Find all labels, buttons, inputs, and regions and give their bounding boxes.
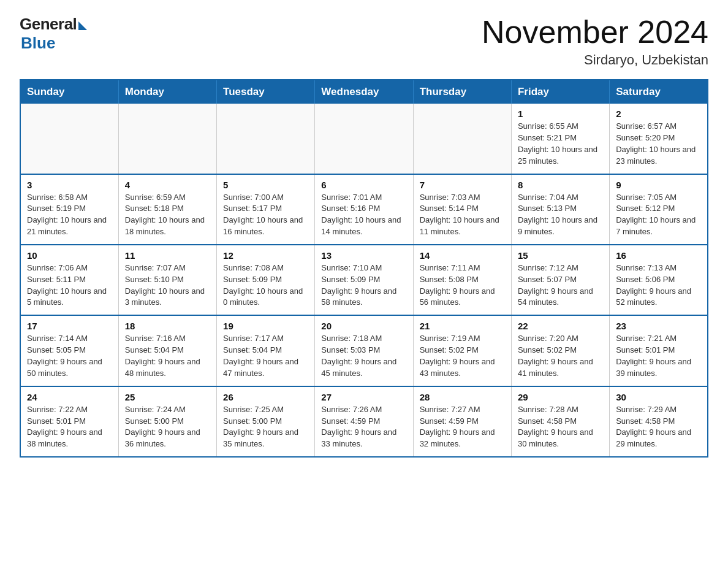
day-info: Sunrise: 7:16 AM Sunset: 5:04 PM Dayligh… [125,333,210,379]
calendar-week-2: 3Sunrise: 6:58 AM Sunset: 5:19 PM Daylig… [20,174,708,245]
calendar-cell [315,104,413,174]
calendar-cell: 22Sunrise: 7:20 AM Sunset: 5:02 PM Dayli… [511,315,609,386]
day-number: 11 [125,250,210,261]
day-number: 7 [420,180,505,190]
day-number: 27 [321,392,406,402]
day-number: 17 [27,321,112,331]
calendar-cell: 18Sunrise: 7:16 AM Sunset: 5:04 PM Dayli… [118,315,216,386]
calendar-cell: 29Sunrise: 7:28 AM Sunset: 4:58 PM Dayli… [511,386,609,457]
day-number: 13 [321,250,406,261]
calendar-cell: 20Sunrise: 7:18 AM Sunset: 5:03 PM Dayli… [315,315,413,386]
calendar-header: SundayMondayTuesdayWednesdayThursdayFrid… [20,80,708,104]
day-of-week-thursday: Thursday [413,80,511,104]
day-number: 29 [518,392,603,402]
calendar-cell: 14Sunrise: 7:11 AM Sunset: 5:08 PM Dayli… [413,245,511,315]
logo-arrow-icon [78,21,87,30]
day-number: 26 [223,392,308,402]
day-info: Sunrise: 7:11 AM Sunset: 5:08 PM Dayligh… [420,262,505,308]
day-info: Sunrise: 7:05 AM Sunset: 5:12 PM Dayligh… [616,192,701,238]
calendar-cell: 2Sunrise: 6:57 AM Sunset: 5:20 PM Daylig… [610,104,708,174]
day-info: Sunrise: 7:26 AM Sunset: 4:59 PM Dayligh… [321,404,406,450]
day-info: Sunrise: 7:12 AM Sunset: 5:07 PM Dayligh… [518,262,603,308]
day-number: 18 [125,321,210,331]
calendar-cell: 27Sunrise: 7:26 AM Sunset: 4:59 PM Dayli… [315,386,413,457]
location-subtitle: Sirdaryo, Uzbekistan [482,52,708,68]
day-number: 1 [518,109,603,119]
day-info: Sunrise: 7:29 AM Sunset: 4:58 PM Dayligh… [616,404,701,450]
calendar-cell: 17Sunrise: 7:14 AM Sunset: 5:05 PM Dayli… [20,315,118,386]
day-number: 10 [27,250,112,261]
day-info: Sunrise: 7:24 AM Sunset: 5:00 PM Dayligh… [125,404,210,450]
calendar-cell: 1Sunrise: 6:55 AM Sunset: 5:21 PM Daylig… [511,104,609,174]
day-info: Sunrise: 7:13 AM Sunset: 5:06 PM Dayligh… [616,262,701,308]
calendar-cell: 9Sunrise: 7:05 AM Sunset: 5:12 PM Daylig… [610,174,708,245]
calendar-cell: 25Sunrise: 7:24 AM Sunset: 5:00 PM Dayli… [118,386,216,457]
day-info: Sunrise: 6:55 AM Sunset: 5:21 PM Dayligh… [518,121,603,167]
day-number: 23 [616,321,701,331]
day-info: Sunrise: 7:10 AM Sunset: 5:09 PM Dayligh… [321,262,406,308]
day-info: Sunrise: 7:04 AM Sunset: 5:13 PM Dayligh… [518,192,603,238]
day-info: Sunrise: 7:19 AM Sunset: 5:02 PM Dayligh… [420,333,505,379]
day-of-week-wednesday: Wednesday [315,80,413,104]
day-number: 21 [420,321,505,331]
calendar-cell: 4Sunrise: 6:59 AM Sunset: 5:18 PM Daylig… [118,174,216,245]
calendar-cell: 30Sunrise: 7:29 AM Sunset: 4:58 PM Dayli… [610,386,708,457]
calendar-week-5: 24Sunrise: 7:22 AM Sunset: 5:01 PM Dayli… [20,386,708,457]
calendar-cell: 12Sunrise: 7:08 AM Sunset: 5:09 PM Dayli… [217,245,315,315]
calendar-cell: 23Sunrise: 7:21 AM Sunset: 5:01 PM Dayli… [610,315,708,386]
calendar-cell: 21Sunrise: 7:19 AM Sunset: 5:02 PM Dayli… [413,315,511,386]
day-of-week-friday: Friday [511,80,609,104]
days-of-week-row: SundayMondayTuesdayWednesdayThursdayFrid… [20,80,708,104]
calendar-table: SundayMondayTuesdayWednesdayThursdayFrid… [20,79,708,458]
day-of-week-monday: Monday [118,80,216,104]
day-number: 6 [321,180,406,190]
day-info: Sunrise: 7:17 AM Sunset: 5:04 PM Dayligh… [223,333,308,379]
day-info: Sunrise: 7:20 AM Sunset: 5:02 PM Dayligh… [518,333,603,379]
calendar-cell: 11Sunrise: 7:07 AM Sunset: 5:10 PM Dayli… [118,245,216,315]
calendar-cell: 8Sunrise: 7:04 AM Sunset: 5:13 PM Daylig… [511,174,609,245]
calendar-cell: 5Sunrise: 7:00 AM Sunset: 5:17 PM Daylig… [217,174,315,245]
calendar-cell [413,104,511,174]
day-info: Sunrise: 7:03 AM Sunset: 5:14 PM Dayligh… [420,192,505,238]
day-info: Sunrise: 7:06 AM Sunset: 5:11 PM Dayligh… [27,262,112,308]
calendar-cell: 3Sunrise: 6:58 AM Sunset: 5:19 PM Daylig… [20,174,118,245]
day-of-week-tuesday: Tuesday [217,80,315,104]
day-number: 4 [125,180,210,190]
day-info: Sunrise: 6:57 AM Sunset: 5:20 PM Dayligh… [616,121,701,167]
logo-blue-text: Blue [21,34,55,53]
month-title: November 2024 [482,15,708,50]
day-number: 30 [616,392,701,402]
calendar-body: 1Sunrise: 6:55 AM Sunset: 5:21 PM Daylig… [20,104,708,457]
day-number: 25 [125,392,210,402]
calendar-cell [20,104,118,174]
day-info: Sunrise: 7:27 AM Sunset: 4:59 PM Dayligh… [420,404,505,450]
calendar-week-3: 10Sunrise: 7:06 AM Sunset: 5:11 PM Dayli… [20,245,708,315]
day-number: 12 [223,250,308,261]
day-info: Sunrise: 7:14 AM Sunset: 5:05 PM Dayligh… [27,333,112,379]
day-number: 19 [223,321,308,331]
calendar-cell: 28Sunrise: 7:27 AM Sunset: 4:59 PM Dayli… [413,386,511,457]
day-number: 16 [616,250,701,261]
calendar-week-4: 17Sunrise: 7:14 AM Sunset: 5:05 PM Dayli… [20,315,708,386]
calendar-cell: 26Sunrise: 7:25 AM Sunset: 5:00 PM Dayli… [217,386,315,457]
calendar-cell [118,104,216,174]
calendar-cell: 15Sunrise: 7:12 AM Sunset: 5:07 PM Dayli… [511,245,609,315]
calendar-cell: 6Sunrise: 7:01 AM Sunset: 5:16 PM Daylig… [315,174,413,245]
calendar-cell: 13Sunrise: 7:10 AM Sunset: 5:09 PM Dayli… [315,245,413,315]
day-number: 15 [518,250,603,261]
day-info: Sunrise: 7:18 AM Sunset: 5:03 PM Dayligh… [321,333,406,379]
day-info: Sunrise: 6:58 AM Sunset: 5:19 PM Dayligh… [27,192,112,238]
day-number: 24 [27,392,112,402]
day-of-week-saturday: Saturday [610,80,708,104]
calendar-week-1: 1Sunrise: 6:55 AM Sunset: 5:21 PM Daylig… [20,104,708,174]
day-number: 20 [321,321,406,331]
day-info: Sunrise: 7:08 AM Sunset: 5:09 PM Dayligh… [223,262,308,308]
day-info: Sunrise: 7:21 AM Sunset: 5:01 PM Dayligh… [616,333,701,379]
day-info: Sunrise: 7:22 AM Sunset: 5:01 PM Dayligh… [27,404,112,450]
calendar-cell: 24Sunrise: 7:22 AM Sunset: 5:01 PM Dayli… [20,386,118,457]
day-number: 5 [223,180,308,190]
day-number: 14 [420,250,505,261]
logo-general-text: General [20,15,77,34]
day-of-week-sunday: Sunday [20,80,118,104]
calendar-cell: 7Sunrise: 7:03 AM Sunset: 5:14 PM Daylig… [413,174,511,245]
